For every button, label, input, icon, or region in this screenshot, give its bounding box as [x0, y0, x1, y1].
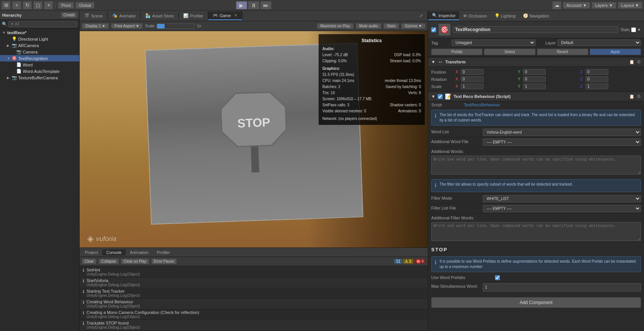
- add-filter-textarea-container: [428, 221, 644, 244]
- log-item[interactable]: ℹ StartVuforia UnityEngine.Debug.Log(Obj…: [80, 277, 428, 288]
- transform-btn[interactable]: ⌖: [44, 1, 53, 9]
- scale-slider[interactable]: [157, 24, 195, 29]
- warn-count-badge[interactable]: ⚠ 2: [403, 259, 413, 264]
- use-word-prefabs-checkbox[interactable]: [495, 275, 500, 280]
- hierarchy-create-btn[interactable]: Create: [61, 12, 77, 18]
- tab-inspector[interactable]: 🔍 Inspector: [428, 11, 459, 20]
- static-arrow-icon[interactable]: ▼: [637, 28, 641, 32]
- obj-name-field[interactable]: [453, 26, 618, 33]
- obj-active-toggle[interactable]: [431, 27, 436, 32]
- position-x-input[interactable]: [461, 69, 484, 75]
- select-btn[interactable]: ◻: [33, 1, 42, 9]
- maximize-on-play-btn[interactable]: Maximize on Play: [317, 23, 353, 29]
- script-val[interactable]: TextRecoBehaviour: [464, 102, 500, 107]
- hierarchy-item-word[interactable]: 📄 Word: [0, 61, 79, 68]
- log-item[interactable]: ℹ Creating Word Behaviour UnityEngine.De…: [80, 299, 428, 309]
- layout-btn[interactable]: Layout ▼: [618, 2, 642, 9]
- add-btn[interactable]: +: [12, 1, 21, 9]
- clear-btn[interactable]: Clear: [82, 258, 96, 264]
- hierarchy-item-camera[interactable]: 📷 Camera: [0, 49, 79, 55]
- script-gear-icon[interactable]: ⚙: [637, 94, 641, 99]
- prefab-select-btn[interactable]: Prefab: [431, 49, 482, 55]
- tab-console[interactable]: Console: [102, 249, 125, 255]
- layer-select[interactable]: Default: [558, 39, 641, 46]
- display-select[interactable]: Display 1 ▼: [82, 23, 109, 29]
- tag-select[interactable]: Untagged: [452, 39, 536, 46]
- rotation-y-input[interactable]: [523, 76, 546, 82]
- aspect-select[interactable]: Free Aspect ▼: [111, 23, 143, 29]
- error-pause-btn[interactable]: Error Pause: [151, 258, 177, 264]
- console-content: ℹ SetHint UnityEngine.Debug.Log(Object) …: [80, 266, 428, 331]
- hier-label: Word-AutoTemplate: [23, 69, 60, 74]
- maximize-btn[interactable]: ⤢: [415, 12, 428, 20]
- prefab-apply-btn[interactable]: Apply: [590, 49, 641, 55]
- log-item[interactable]: ℹ SetHint UnityEngine.Debug.Log(Object): [80, 267, 428, 277]
- stats-btn[interactable]: Stats: [383, 23, 399, 29]
- occlusion-tab-icon: 👁: [463, 14, 467, 18]
- cloud-btn[interactable]: ☁: [552, 1, 561, 9]
- stats-network: Network: (no players connected): [322, 116, 421, 122]
- collapse-btn[interactable]: Collapse: [99, 258, 119, 264]
- error-count-badge[interactable]: ⛔ 0: [414, 259, 426, 264]
- word-list-select[interactable]: Vuforia-English-word: [483, 129, 641, 136]
- add-words-textarea[interactable]: [431, 156, 641, 175]
- pivot-btn[interactable]: Pivot: [58, 2, 74, 9]
- account-btn[interactable]: Account ▼: [563, 2, 590, 9]
- hierarchy-item-textrecognition[interactable]: ▼ 🎯 TextRecognition: [0, 55, 79, 61]
- layers-arrow-icon: ▼: [609, 3, 613, 8]
- position-z-input[interactable]: [586, 69, 608, 75]
- global-btn[interactable]: Global: [75, 2, 94, 9]
- tab-animator[interactable]: 🎭 Animator: [108, 12, 141, 20]
- prefab-revert-btn2[interactable]: Revert: [537, 49, 588, 55]
- mute-audio-btn[interactable]: Mute audio: [356, 23, 381, 29]
- gizmos-btn[interactable]: Gizmos ▼: [401, 23, 426, 29]
- rotation-z-input[interactable]: [586, 76, 608, 82]
- tab-profiler-bottom[interactable]: Profiler: [153, 249, 174, 255]
- filter-mode-select[interactable]: WHITE_LIST: [483, 195, 641, 202]
- tab-occlusion[interactable]: 👁 Occlusion: [459, 12, 490, 20]
- tab-animation[interactable]: Animation: [126, 249, 152, 255]
- refresh-btn[interactable]: ↻: [23, 1, 32, 9]
- scale-y-input[interactable]: [523, 84, 546, 89]
- script-comp-header[interactable]: ▼ 📝 Text Reco Behaviour (Script) 📋 ⚙: [428, 91, 644, 101]
- tab-project[interactable]: Project: [81, 249, 102, 255]
- log-item[interactable]: ℹ Creating a Mono Camera Configuration (…: [80, 309, 428, 320]
- filter-file-select[interactable]: ---- EMPTY ----: [483, 205, 641, 212]
- add-component-btn[interactable]: Add Component: [431, 297, 641, 308]
- tab-scene[interactable]: 🎬 Scene: [80, 12, 108, 20]
- step-btn[interactable]: ⏭: [260, 1, 272, 9]
- hierarchy-item-textreco[interactable]: ▼ textReco*: [0, 30, 79, 36]
- max-simult-input[interactable]: [483, 283, 641, 292]
- hierarchy-search-input[interactable]: [8, 21, 77, 27]
- hierarchy-item-arcamera[interactable]: ▶ 📷 ARCamera: [0, 42, 79, 49]
- hierarchy-item-wordauto[interactable]: 📄 Word-AutoTemplate: [0, 68, 79, 74]
- play-btn[interactable]: ▶: [236, 1, 247, 9]
- log-info-icon: ℹ: [83, 300, 84, 305]
- log-item[interactable]: ℹ Starting Text Tracker UnityEngine.Debu…: [80, 288, 428, 299]
- add-word-file-select[interactable]: ---- EMPTY ----: [483, 139, 641, 146]
- script-active-checkbox[interactable]: [438, 94, 443, 99]
- tab-lighting[interactable]: 💡 Lighting: [491, 12, 520, 20]
- hierarchy-item-texturebuffer[interactable]: ▶ 📷 TextureBufferCamera: [0, 74, 79, 81]
- close-tab-icon[interactable]: ✕: [234, 13, 237, 18]
- log-item[interactable]: ℹ Trackable STOP found UnityEngine.Debug…: [80, 320, 428, 331]
- info-count-badge[interactable]: 11: [394, 259, 402, 264]
- prefab-revert-btn[interactable]: Select: [484, 49, 535, 55]
- transform-gear-icon[interactable]: ⚙: [637, 59, 641, 65]
- transform-comp-header[interactable]: ▼ ↔ Transform 📋 ⚙: [428, 57, 644, 67]
- pause-btn[interactable]: ⏸: [248, 1, 259, 9]
- tab-asset-store[interactable]: 🏪 Asset Store: [141, 12, 179, 20]
- add-filter-textarea[interactable]: [431, 222, 641, 241]
- rotation-x-input[interactable]: [461, 76, 484, 82]
- scale-x-input[interactable]: [461, 84, 484, 89]
- scale-z-input[interactable]: [586, 84, 608, 89]
- layers-btn[interactable]: Layers ▼: [592, 2, 616, 9]
- tab-game[interactable]: 🎮 Game ✕: [208, 11, 242, 20]
- clear-on-play-btn[interactable]: Clear on Play: [121, 258, 149, 264]
- tab-navigation[interactable]: 🧭 Navigation: [519, 12, 553, 20]
- tab-profiler[interactable]: 📊 Profiler: [179, 12, 208, 20]
- hierarchy-item-dirlight[interactable]: 💡 Directional Light: [0, 36, 79, 42]
- unity-icon-btn[interactable]: ⊞: [2, 1, 11, 9]
- static-checkbox[interactable]: [631, 27, 636, 32]
- position-y-input[interactable]: [523, 69, 546, 75]
